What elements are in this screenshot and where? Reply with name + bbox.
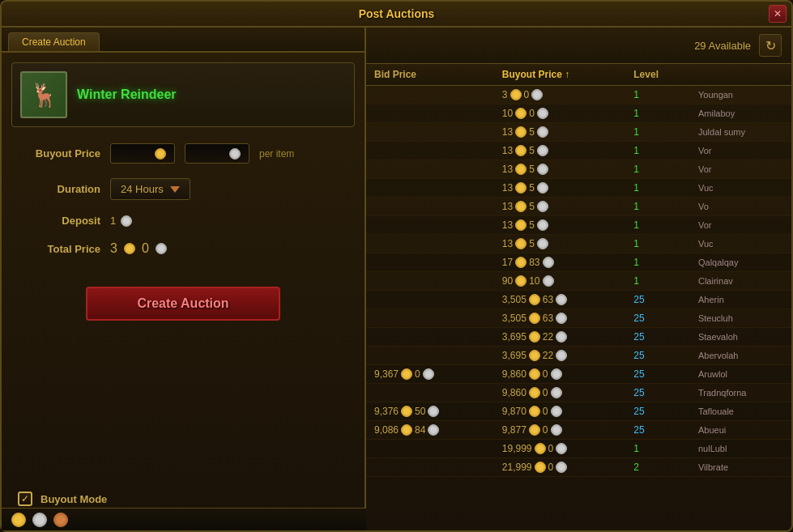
buyout-gold-field[interactable]: 3 <box>117 147 150 160</box>
silver-icon <box>428 406 439 417</box>
player-name-cell: Abueui <box>690 421 791 440</box>
table-row[interactable]: 17 83 1Qalqalqay <box>366 253 791 272</box>
gold-icon <box>529 294 540 305</box>
bid-price-cell <box>366 142 494 160</box>
silver-icon <box>551 424 562 436</box>
buyout-silver-input[interactable]: 0 <box>185 143 249 164</box>
level-cell: 1 <box>625 440 690 458</box>
col-buyout-price[interactable]: Buyout Price ↑ <box>494 64 625 86</box>
table-row[interactable]: 9,376 50 9,870 0 25Taflouale <box>366 402 791 421</box>
player-name-cell: Staevaloh <box>690 328 791 347</box>
buyout-silver-field[interactable]: 0 <box>192 147 224 160</box>
total-silver-coin-icon <box>156 243 167 254</box>
total-price-value: 3 0 <box>110 241 167 256</box>
buyout-mode-label: Buyout Mode <box>41 493 107 505</box>
gold-icon <box>515 182 527 194</box>
bid-price-cell <box>366 216 494 235</box>
total-price-label: Total Price <box>11 243 100 255</box>
player-name-cell: Abervolah <box>690 347 791 365</box>
table-row[interactable]: 13 5 1Vuc <box>366 235 791 253</box>
item-area: 🦌 Winter Reindeer <box>11 62 355 127</box>
table-row[interactable]: 13 5 1Vor <box>366 142 791 160</box>
buyout-gold-input[interactable]: 3 <box>110 143 175 164</box>
duration-dropdown[interactable]: 24 Hours <box>110 178 190 200</box>
level-cell: 1 <box>625 216 690 235</box>
table-row[interactable]: 9,860 0 25Tradnqforna <box>366 384 791 402</box>
gold-icon <box>529 406 540 417</box>
buyout-mode-checkbox[interactable]: ✓ <box>18 492 32 506</box>
table-row[interactable]: 13 5 1Vo <box>366 198 791 216</box>
level-cell: 25 <box>625 309 690 328</box>
table-row[interactable]: 3,505 63 25Aherin <box>366 291 791 309</box>
buyout-price-cell: 13 5 <box>494 179 625 198</box>
left-body: 🦌 Winter Reindeer Buyout Price 3 0 p <box>2 53 365 530</box>
silver-icon <box>556 443 567 454</box>
table-row[interactable]: 19,999 0 1nulLubl <box>366 440 791 458</box>
gold-icon <box>529 368 540 380</box>
level-cell: 25 <box>625 384 690 402</box>
available-count: 29 Available <box>694 40 751 52</box>
bid-price-cell <box>366 104 494 123</box>
total-silver-amount: 0 <box>142 241 149 256</box>
bid-price-cell <box>366 291 494 309</box>
table-row[interactable]: 3,695 22 25Abervolah <box>366 347 791 365</box>
table-row[interactable]: 9,086 84 9,877 0 25Abueui <box>366 421 791 440</box>
player-name-cell: Clairinav <box>690 272 791 291</box>
buyout-price-cell: 3,505 63 <box>494 309 625 328</box>
gold-icon <box>529 331 540 343</box>
player-name-cell: Vor <box>690 142 791 160</box>
buyout-price-cell: 19,999 0 <box>494 440 625 458</box>
bid-price-cell: 9,367 0 <box>366 365 494 384</box>
level-cell: 25 <box>625 347 690 365</box>
create-auction-button[interactable]: Create Auction <box>86 287 280 321</box>
total-gold-coin-icon <box>124 243 135 254</box>
buyout-price-cell: 13 5 <box>494 160 625 179</box>
col-level[interactable]: Level <box>625 64 690 86</box>
silver-icon <box>551 387 562 398</box>
gold-coin-icon <box>155 148 166 160</box>
table-row[interactable]: 9,367 0 9,860 0 25Aruwlol <box>366 365 791 384</box>
window-title: Post Auctions <box>359 7 435 20</box>
level-cell: 25 <box>625 421 690 440</box>
table-row[interactable]: 90 10 1Clairinav <box>366 272 791 291</box>
player-name-cell: Vuc <box>690 179 791 198</box>
buyout-price-cell: 21,999 0 <box>494 458 625 477</box>
item-icon[interactable]: 🦌 <box>20 71 67 118</box>
gold-icon <box>515 126 527 138</box>
bottom-currency-bar <box>2 508 366 530</box>
table-row[interactable]: 13 5 1Vuc <box>366 179 791 198</box>
table-row[interactable]: 3,505 63 25Steucluh <box>366 309 791 328</box>
tab-create-auction[interactable]: Create Auction <box>8 32 100 51</box>
table-row[interactable]: 13 5 1Vor <box>366 216 791 235</box>
bid-price-cell <box>366 198 494 216</box>
table-row[interactable]: 13 5 1Juldal sumy <box>366 123 791 142</box>
col-bid-price[interactable]: Bid Price <box>366 64 494 86</box>
player-name-cell: Vor <box>690 160 791 179</box>
player-name-cell: Aruwlol <box>690 365 791 384</box>
buyout-price-cell: 90 10 <box>494 272 625 291</box>
gold-icon <box>515 238 527 249</box>
level-cell: 1 <box>625 198 690 216</box>
table-row[interactable]: 10 0 1Amilaboy <box>366 104 791 123</box>
table-row[interactable]: 3 0 1Youngan <box>366 86 791 104</box>
deposit-label: Deposit <box>11 215 100 227</box>
gold-icon <box>529 424 540 436</box>
item-name: Winter Reindeer <box>77 87 177 102</box>
bid-price-cell <box>366 123 494 142</box>
buyout-price-cell: 13 5 <box>494 123 625 142</box>
player-name-cell: Qalqalqay <box>690 253 791 272</box>
bottom-silver-coin-icon <box>32 513 47 527</box>
buyout-price-cell: 3,505 63 <box>494 291 625 309</box>
close-button[interactable]: ✕ <box>769 5 787 23</box>
refresh-button[interactable]: ↻ <box>759 34 782 57</box>
silver-icon <box>551 368 562 380</box>
table-row[interactable]: 13 5 1Vor <box>366 160 791 179</box>
player-name-cell: Juldal sumy <box>690 123 791 142</box>
buyout-price-row: Buyout Price 3 0 per item <box>11 143 355 164</box>
buyout-price-cell: 3,695 22 <box>494 347 625 365</box>
table-row[interactable]: 3,695 22 25Staevaloh <box>366 328 791 347</box>
auction-table-container[interactable]: Bid Price Buyout Price ↑ Level 3 0 1Youn… <box>366 64 791 530</box>
buyout-price-cell: 13 5 <box>494 198 625 216</box>
table-row[interactable]: 21,999 0 2Vilbrate <box>366 458 791 477</box>
main-content: Create Auction 🦌 Winter Reindeer Buyout … <box>2 28 791 530</box>
